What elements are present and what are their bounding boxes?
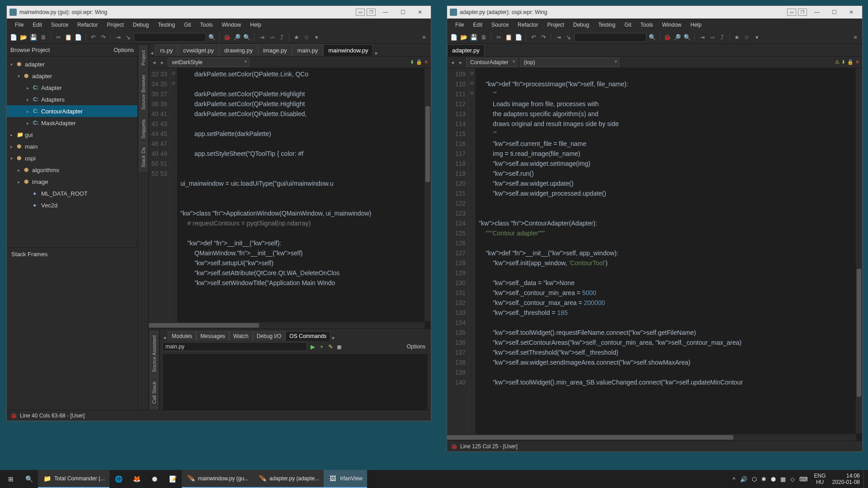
step-over-icon[interactable]: ⤻ [708,33,716,42]
warning-icon[interactable]: ⚠ [835,59,840,65]
tree-node-image[interactable]: ▸⬢image [7,176,137,188]
step-out-icon[interactable]: ⤴ [718,33,726,42]
tree-node-adapter[interactable]: ▾⬢adapter [7,58,137,70]
menu-window[interactable]: Window [658,20,686,30]
bookmark-next-icon[interactable]: ☆ [743,33,751,42]
tree-node-algorithms[interactable]: ▸⬢algorithms [7,164,137,176]
nav-back-icon[interactable]: ◂ [151,59,157,66]
menu-debug[interactable]: Debug [569,20,594,30]
vtab-source-browser[interactable]: Source Browser [139,70,147,114]
goto-icon[interactable]: ↘ [124,33,132,42]
vertical-scrollbar[interactable] [856,68,862,433]
file-tab-cvwidget-py[interactable]: cvwidget.py [178,44,219,56]
undo-icon[interactable]: ↶ [89,33,97,42]
menu-project[interactable]: Project [102,20,128,30]
chevron-down-icon[interactable]: ▾ [312,33,321,42]
tree-node-adapter[interactable]: ▸C:Adapter [7,82,137,94]
menu-testing[interactable]: Testing [594,20,620,30]
input-lang[interactable]: ENG [814,473,826,479]
debug-zoom-icon[interactable]: 🔍 [243,33,251,42]
menu-tools[interactable]: Tools [196,20,217,30]
close-file-icon[interactable]: ✕ [424,59,428,65]
nav-back-icon[interactable]: ◂ [450,59,455,66]
debug-icon[interactable]: 🐞 [663,33,671,42]
menu-git[interactable]: Git [179,20,195,30]
vtab-project[interactable]: Project [139,46,147,70]
tray-icon[interactable]: ⌨ [799,476,808,483]
tree-node-ospi[interactable]: ▾⬢ospi [7,152,137,164]
bookmark-icon[interactable]: ★ [292,33,301,42]
titlebar-tool-1[interactable]: ▭ [787,9,796,16]
indent-icon[interactable]: ⇥ [554,33,562,42]
minimize-button[interactable]: — [809,7,825,17]
code-editor-left[interactable]: 32 33 34 35 36 37 38 39 40 41 42 43 44 4… [149,68,431,328]
titlebar-tool-2[interactable]: ❐ [798,9,807,16]
maximize-button[interactable]: ☐ [826,7,842,17]
clock[interactable]: 14:06 2020-01-08 [829,473,863,485]
horizontal-scrollbar[interactable] [447,434,856,441]
open-icon[interactable]: 📂 [460,33,468,42]
commit-icon[interactable]: ⬇ [841,59,845,65]
titlebar-right[interactable]: adapter.py (adapter): ospi.wpr: Wing ▭ ❐… [447,6,862,19]
menu-edit[interactable]: Edit [28,20,47,30]
debug-find-icon[interactable]: 🔎 [673,33,681,42]
taskbar-item[interactable]: 🦊 [127,470,146,488]
menu-window[interactable]: Window [217,20,246,30]
tray-icon[interactable]: ▦ [780,476,786,483]
search-icon[interactable]: 🔍 [208,33,216,42]
taskbar-item[interactable]: 🪶adapter.py (adapte... [253,470,324,488]
lock-icon[interactable]: 🔒 [847,59,854,65]
os-commands-output[interactable] [162,353,428,410]
taskbar-item[interactable]: 🔍 [20,470,38,488]
menu-refactor[interactable]: Refactor [73,20,102,30]
indent-icon[interactable]: ⇥ [114,33,122,42]
file-tab-drawing-py[interactable]: drawing.py [219,44,258,56]
taskbar-item[interactable]: 🪶mainwindow.py (gu... [182,470,253,488]
keyboard-layout[interactable]: HU [814,479,826,485]
file-tab-main-py[interactable]: main.py [292,44,323,56]
edit-icon[interactable]: ✎ [328,343,333,350]
tray-icon[interactable]: ◇ [790,476,795,483]
menu-file[interactable]: File [10,20,28,30]
cut-icon[interactable]: ✂ [495,33,503,42]
tree-node-ml_data_root[interactable]: ●ML_DATA_ROOT [7,188,137,199]
vtab-w[interactable]: W [150,408,158,410]
save-all-icon[interactable]: 🗎 [39,33,47,42]
step-over-icon[interactable]: ⤻ [268,33,276,42]
menu-refactor[interactable]: Refactor [513,20,542,30]
chevron-down-icon[interactable]: ▾ [753,33,761,42]
undo-icon[interactable]: ↶ [529,33,538,42]
debug-zoom-icon[interactable]: 🔍 [683,33,691,42]
tree-node-adapter[interactable]: ▾⬢adapter [7,70,137,82]
debug-icon[interactable]: 🐞 [223,33,231,42]
tray-icon[interactable]: ⬡ [752,476,757,483]
class-crumb[interactable]: ContourAdapter [466,58,517,67]
step-in-icon[interactable]: ⇥ [698,33,706,42]
panel-tab-modules[interactable]: Modules [168,331,196,341]
redo-icon[interactable]: ↷ [99,33,107,42]
add-icon[interactable]: ＋ [319,343,325,351]
panel-tab-messages[interactable]: Messages [196,331,229,341]
tab-scroll-right-icon[interactable]: ▸ [373,50,380,56]
tree-node-maskadapter[interactable]: ▸C:MaskAdapter [7,117,137,129]
show-desktop-button[interactable] [863,470,866,488]
run-icon[interactable]: ▶ [311,343,315,350]
nav-fwd-icon[interactable]: ▸ [458,59,463,66]
file-tab-image-py[interactable]: image.py [258,44,292,56]
close-button[interactable]: ✕ [412,7,428,17]
menu-git[interactable]: Git [620,20,636,30]
os-command-select[interactable]: main.py [162,342,307,351]
menu-icon[interactable]: ≡ [420,33,428,42]
vertical-scrollbar[interactable] [425,68,431,321]
taskbar-item[interactable]: ⬢ [146,470,164,488]
code-editor-right[interactable]: 109 110 111 112 113 114 115 116 117 118 … [447,68,862,441]
menu-edit[interactable]: Edit [468,20,487,30]
panel-tab-debug-i-o[interactable]: Debug I/O [253,331,286,341]
function-crumb[interactable]: setDarkStyle [168,58,249,67]
redo-icon[interactable]: ↷ [539,33,547,42]
taskbar-item[interactable]: 📁Total Commander (... [38,470,109,488]
stop-icon[interactable]: ◼ [337,343,342,350]
search-input[interactable] [574,33,646,42]
cut-icon[interactable]: ✂ [54,33,62,42]
paste-icon[interactable]: 📄 [514,33,523,42]
